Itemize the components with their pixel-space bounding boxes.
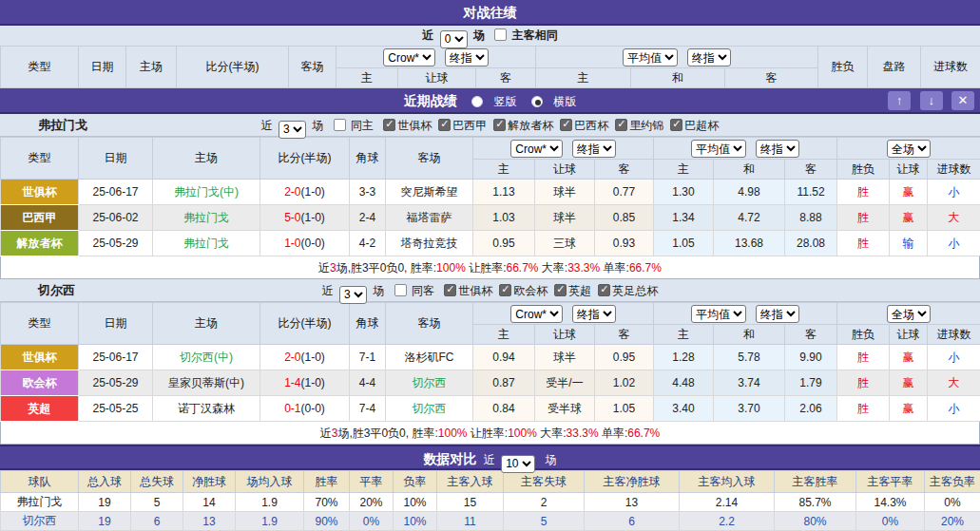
company-odds-select[interactable]: Crow* [383,48,435,66]
league-label: 巴西杯 [574,119,608,132]
col-date: 日期 [79,303,153,345]
summary-text: 近 [318,261,330,275]
scroll-down-button[interactable]: ↓ [920,91,943,110]
radio-horizontal-layout[interactable] [531,96,543,107]
league-checkbox[interactable]: ✓ [444,284,456,296]
final-average-select[interactable]: 终指 [756,140,799,158]
summary-text: 100% [436,261,466,275]
h2h-near-select[interactable]: 0 [440,30,468,48]
same-away-checkbox[interactable] [394,284,407,296]
league-checkbox[interactable]: ✓ [615,119,627,131]
match-date-cell: 25-06-17 [79,345,153,370]
col-home: 主场 [153,138,260,180]
away-odds-cell: 1.05 [595,396,654,422]
stat-cell: 19 [79,493,131,512]
final-average-select[interactable]: 终指 [756,305,799,323]
league-type-cell: 世俱杯 [1,180,79,205]
radio-vertical-layout[interactable] [471,96,483,107]
goals-cell: 小 [928,231,980,256]
games-label: 场 [373,284,384,297]
chelsea-summary: 近3场,胜3平0负0, 胜率:100% 让胜率:100% 大率:33.3% 单率… [0,422,980,445]
final-odds-select[interactable]: 终指 [572,140,616,158]
summary-text: 场,胜3平0负0, 胜率: [336,261,436,275]
close-button[interactable]: ✕ [951,91,974,110]
league-checkbox[interactable]: ✓ [560,119,572,131]
col-type: 类型 [1,138,79,180]
score-cell: 5-0(1-0) [260,205,350,231]
col-corner: 角球 [350,138,386,180]
col-avg-home: 主 [654,160,714,180]
home-team-cell: 切尔西(中) [153,345,260,370]
league-checkbox[interactable]: ✓ [493,119,506,131]
scope-select[interactable]: 全场 [887,305,931,323]
col-score: 比分(半场) [177,47,289,88]
avg-draw-cell: 5.78 [714,345,785,370]
flamengo-near-select[interactable]: 3 [279,121,306,139]
handicap-cell: 球半 [535,205,595,231]
league-checkbox[interactable]: ✓ [499,284,511,296]
halftime-score: (1-0) [301,211,325,224]
h2h-same-label: 主客相同 [512,28,558,42]
col-avg-draw: 和 [631,68,725,88]
avg-home-cell: 1.05 [654,231,714,256]
summary-text: 100% [438,427,468,440]
league-checkbox[interactable]: ✓ [383,119,395,131]
col-result: 胜负 [837,160,890,180]
radio-horizontal-label: 横版 [553,95,576,108]
home-odds-cell: 0.95 [473,231,535,256]
average-select[interactable]: 平均值 [691,140,746,158]
league-checkbox[interactable]: ✓ [598,284,610,296]
handicap-cell: 三球 [535,231,595,256]
avg-draw-cell: 13.68 [714,231,785,256]
league-checkbox[interactable]: ✓ [670,119,682,131]
match-row: 巴西甲25-06-02弗拉门戈5-0(1-0)2-4福塔雷萨1.03球半0.85… [1,205,980,231]
league-checkbox[interactable]: ✓ [554,284,567,296]
comparison-header-cell: 主客均入球 [680,471,775,493]
h2h-near-label: 近 [422,28,433,42]
col-type: 类型 [1,303,79,345]
chelsea-filter-row: 切尔西 近 3 场 同客 ✓世俱杯✓欧会杯✓英超✓英足总杯 [0,279,980,302]
company-odds-select[interactable]: Crow* [510,305,563,323]
chelsea-near-select[interactable]: 3 [339,286,367,304]
summary-text: 33.3% [567,261,600,275]
comparison-near-select[interactable]: 10 [501,455,535,473]
match-date-cell: 25-05-29 [79,231,153,256]
h2h-same-checkbox[interactable] [494,28,507,41]
final-odds-select[interactable]: 终指 [572,305,616,323]
average-select[interactable]: 平均值 [691,305,746,323]
stat-cell: 20% [925,512,980,531]
scope-select[interactable]: 全场 [887,140,931,158]
away-team-cell: 洛杉矶FC [386,345,473,370]
final-average-select[interactable]: 终指 [687,48,731,66]
h2h-table: 类型 日期 主场 比分(半场) 客场 Crow* 终指 平均值 终指 胜负 盘路… [0,46,980,88]
col-goals: 进球数 [921,47,980,88]
summary-text: 让胜率: [467,427,508,440]
col-date: 日期 [79,138,153,180]
match-row: 解放者杯25-05-29弗拉门戈1-0(0-0)4-2塔奇拉竞技0.95三球0.… [1,231,980,256]
match-row: 欧会杯25-05-29皇家贝蒂斯(中)1-4(1-0)4-4切尔西0.87受半/… [1,370,980,396]
avg-away-cell: 11.52 [785,180,837,205]
league-checkbox[interactable]: ✓ [438,119,451,131]
avg-away-cell: 9.90 [785,345,837,370]
league-label: 世俱杯 [397,119,432,132]
comparison-header-cell: 主客入球 [437,471,504,493]
summary-text: 33.3% [567,427,599,440]
same-home-checkbox[interactable] [334,119,346,131]
scroll-up-button[interactable]: ↑ [888,91,911,110]
score-cell: 2-0(1-0) [260,180,350,205]
average-select[interactable]: 平均值 [623,48,678,66]
away-odds-cell: 0.93 [595,231,654,256]
avg-draw-cell: 4.98 [714,180,785,205]
company-odds-select[interactable]: Crow* [510,140,563,158]
col-handicap-home: 主 [336,68,398,88]
final-odds-select[interactable]: 终指 [445,48,489,66]
avg-home-cell: 3.40 [654,396,714,422]
league-label: 世俱杯 [458,284,492,297]
col-goals: 进球数 [928,325,980,345]
col-avg-draw: 和 [714,325,785,345]
col-result: 胜负 [837,325,890,345]
stat-cell: 20% [350,493,394,512]
home-team-cell: 弗拉门戈(中) [153,180,260,205]
home-odds-cell: 0.94 [473,345,535,370]
arrow-up-icon: ↑ [896,93,903,107]
